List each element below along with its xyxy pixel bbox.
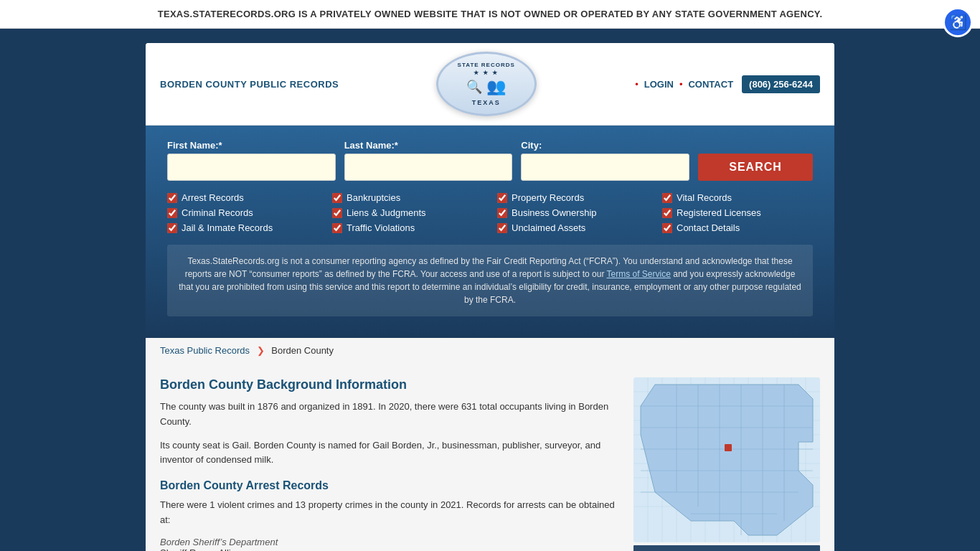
checkbox-label: Liens & Judgments — [347, 207, 426, 218]
checkbox-label: Jail & Inmate Records — [182, 222, 273, 233]
last-name-group: Last Name:* — [344, 140, 513, 181]
first-name-group: First Name:* — [167, 140, 336, 181]
checkbox-criminal-records[interactable] — [167, 208, 177, 218]
bg-para-1: The county was built in 1876 and organiz… — [160, 400, 619, 430]
checkbox-label: Property Records — [512, 192, 584, 203]
breadcrumb-parent[interactable]: Texas Public Records — [160, 345, 250, 356]
search-button[interactable]: SEARCH — [698, 154, 813, 181]
logo-stars: ★ ★ ★ — [473, 70, 499, 76]
checkbox-label: Business Ownership — [512, 207, 597, 218]
top-banner: TEXAS.STATERECORDS.ORG IS A PRIVATELY OW… — [0, 0, 980, 29]
card-header: BORDEN COUNTY PUBLIC RECORDS STATE RECOR… — [146, 43, 834, 126]
checkbox-label: Vital Records — [677, 192, 732, 203]
checkboxes-grid: Arrest RecordsBankruptciesProperty Recor… — [167, 192, 813, 233]
checkbox-bankruptcies[interactable] — [332, 193, 342, 203]
checkbox-traffic-violations[interactable] — [332, 223, 342, 233]
checkbox-item: Criminal Records — [167, 207, 318, 218]
texas-map — [633, 377, 820, 542]
svg-rect-37 — [633, 545, 820, 551]
checkbox-item: Registered Licenses — [662, 207, 813, 218]
first-name-label: First Name:* — [167, 140, 336, 151]
login-link[interactable]: LOGIN — [644, 79, 674, 90]
phone-number[interactable]: (806) 256-6244 — [742, 75, 820, 93]
checkbox-item: Arrest Records — [167, 192, 318, 203]
search-section: First Name:* Last Name:* City: SEARCH Ar… — [146, 126, 834, 338]
banner-text: TEXAS.STATERECORDS.ORG IS A PRIVATELY OW… — [29, 9, 951, 19]
map-svg — [633, 377, 820, 542]
checkbox-registered-licenses[interactable] — [662, 208, 672, 218]
checkbox-liens-&-judgments[interactable] — [332, 208, 342, 218]
content-section: Borden County Background Information The… — [146, 363, 834, 551]
checkbox-label: Registered Licenses — [677, 207, 761, 218]
breadcrumb: Texas Public Records ❯ Borden County — [146, 338, 834, 363]
checkbox-property-records[interactable] — [497, 193, 507, 203]
nav-dot-1: • — [635, 79, 639, 90]
checkbox-jail-&-inmate-records[interactable] — [167, 223, 177, 233]
checkbox-contact-details[interactable] — [662, 223, 672, 233]
checkbox-label: Contact Details — [677, 222, 740, 233]
site-logo: STATE RECORDS ★ ★ ★ 🔍 👥 TEXAS — [436, 52, 537, 116]
search-fields-row: First Name:* Last Name:* City: SEARCH — [167, 140, 813, 181]
checkbox-vital-records[interactable] — [662, 193, 672, 203]
disclaimer-text: Texas.StateRecords.org is not a consumer… — [167, 245, 813, 316]
checkbox-item: Liens & Judgments — [332, 207, 483, 218]
checkbox-label: Criminal Records — [182, 207, 253, 218]
contact-link[interactable]: CONTACT — [688, 79, 733, 90]
checkbox-item: Bankruptcies — [332, 192, 483, 203]
checkbox-item: Business Ownership — [497, 207, 648, 218]
header-navigation: • LOGIN • CONTACT (806) 256-6244 — [633, 75, 820, 93]
checkbox-label: Traffic Violations — [347, 222, 415, 233]
people-icon: 👥 — [486, 77, 506, 96]
checkbox-business-ownership[interactable] — [497, 208, 507, 218]
checkbox-label: Bankruptcies — [347, 192, 400, 203]
checkbox-item: Traffic Violations — [332, 222, 483, 233]
sheriff-dept: Borden Sheriff’s Department — [160, 537, 619, 547]
sheriff-contact: Sheriff Ronny Allison — [160, 547, 619, 551]
arrest-para: There were 1 violent crimes and 13 prope… — [160, 498, 619, 528]
content-left: Borden County Background Information The… — [160, 377, 619, 551]
breadcrumb-separator: ❯ — [257, 345, 265, 356]
logo-top-text: STATE RECORDS — [458, 62, 515, 68]
logo-bottom-text: TEXAS — [472, 99, 501, 106]
nav-dot-2: • — [679, 79, 683, 90]
search-icon: 🔍 — [466, 79, 482, 95]
accessibility-button[interactable]: ♿ — [943, 7, 973, 37]
city-input[interactable] — [521, 154, 689, 181]
city-label: City: — [521, 140, 689, 151]
first-name-input[interactable] — [167, 154, 336, 181]
breadcrumb-current: Borden County — [271, 345, 334, 356]
bg-para-2: Its county seat is Gail. Borden County i… — [160, 438, 619, 468]
checkbox-label: Unclaimed Assets — [512, 222, 585, 233]
checkbox-arrest-records[interactable] — [167, 193, 177, 203]
checkbox-item: Vital Records — [662, 192, 813, 203]
checkbox-unclaimed-assets[interactable] — [497, 223, 507, 233]
checkbox-item: Property Records — [497, 192, 648, 203]
checkbox-item: Jail & Inmate Records — [167, 222, 318, 233]
terms-link[interactable]: Terms of Service — [607, 269, 671, 279]
city-group: City: — [521, 140, 689, 181]
bg-info-title: Borden County Background Information — [160, 377, 619, 392]
checkbox-label: Arrest Records — [182, 192, 244, 203]
checkbox-item: Contact Details — [662, 222, 813, 233]
county-title: BORDEN COUNTY PUBLIC RECORDS — [160, 79, 339, 90]
last-name-label: Last Name:* — [344, 140, 513, 151]
checkbox-item: Unclaimed Assets — [497, 222, 648, 233]
last-name-input[interactable] — [344, 154, 513, 181]
arrest-records-title: Borden County Arrest Records — [160, 479, 619, 492]
content-right — [633, 377, 820, 551]
building-svg — [633, 545, 820, 551]
svg-rect-35 — [725, 444, 732, 451]
